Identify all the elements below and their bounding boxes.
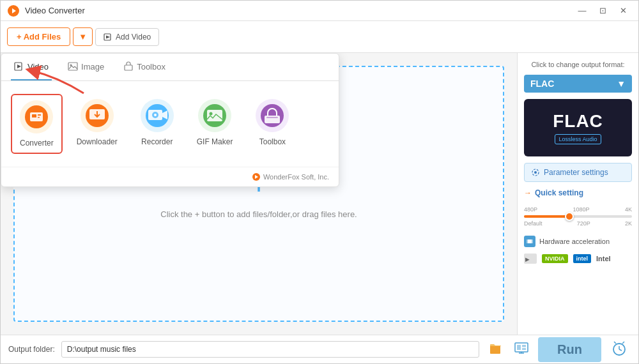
toolbox-item-icon xyxy=(256,99,289,132)
svg-rect-8 xyxy=(125,65,132,70)
brand-icon xyxy=(252,172,261,181)
add-files-dropdown-button[interactable]: ▼ xyxy=(73,27,93,46)
quick-setting-label: → Quick setting xyxy=(524,188,632,197)
svg-point-30 xyxy=(534,171,537,174)
format-dropdown-button[interactable]: FLAC ▼ xyxy=(524,75,632,93)
tab-video-label: Video xyxy=(27,62,49,72)
quality-label-2k: 2K xyxy=(625,220,632,227)
media-tools-icon xyxy=(514,342,529,356)
main-area: Video Image xyxy=(1,53,638,335)
toolbox-item-label: Toolbox xyxy=(259,137,286,146)
svg-text:▶: ▶ xyxy=(525,257,530,262)
gif-maker-label: GIF Maker xyxy=(197,137,233,146)
tab-toolbox[interactable]: Toolbox xyxy=(120,54,169,80)
quality-fill xyxy=(524,215,567,218)
intel-label: Intel xyxy=(596,255,611,262)
browse-folder-button[interactable] xyxy=(486,339,505,360)
quality-label-480p: 480P xyxy=(524,206,537,213)
image-tab-icon xyxy=(68,61,78,72)
video-icon xyxy=(104,33,112,42)
quality-slider-track[interactable] xyxy=(524,215,632,218)
settings-icon xyxy=(531,168,540,177)
add-video-label: Add Video xyxy=(116,33,151,42)
app-icon xyxy=(7,4,20,17)
quality-label-1080p: 1080P xyxy=(573,206,589,213)
format-preview: FLAC Lossless Audio xyxy=(524,99,632,156)
folder-icon xyxy=(488,342,502,356)
minimize-button[interactable]: — xyxy=(573,4,591,17)
content-area: Video Image xyxy=(1,53,517,335)
alarm-button[interactable] xyxy=(608,337,631,362)
toolbox-item[interactable]: Toolbox xyxy=(247,94,298,154)
svg-rect-42 xyxy=(517,345,521,350)
hw-accel-icon xyxy=(524,236,535,247)
parameter-settings-button[interactable]: Parameter settings xyxy=(524,163,632,182)
recorder-icon xyxy=(141,99,174,132)
svg-marker-3 xyxy=(106,35,110,38)
main-window: Video Converter — ⊡ ✕ + Add Files ▼ Add … xyxy=(0,0,639,364)
quality-labels-top: 480P 1080P 4K xyxy=(524,206,632,213)
hw-accel-label: Hardware acceleration xyxy=(539,238,610,245)
right-panel: Click to change output format: FLAC ▼ FL… xyxy=(517,53,638,335)
quick-setting-text: Quick setting xyxy=(535,188,583,197)
downloader-item[interactable]: Downloader xyxy=(69,94,125,154)
intel-chip-badge: intel xyxy=(573,254,592,263)
media-tools-button[interactable] xyxy=(511,339,532,360)
window-title: Video Converter xyxy=(25,6,573,15)
quality-label-default: Default xyxy=(524,220,543,227)
hardware-acceleration-row: Hardware acceleration xyxy=(524,236,632,247)
svg-rect-12 xyxy=(38,114,41,116)
title-bar: Video Converter — ⊡ ✕ xyxy=(1,1,638,21)
quality-slider-area: 480P 1080P 4K Default 720P 2K xyxy=(524,204,632,229)
param-btn-label: Parameter settings xyxy=(544,168,608,177)
downloader-label: Downloader xyxy=(77,137,118,146)
svg-rect-44 xyxy=(522,348,526,350)
svg-rect-16 xyxy=(91,119,104,121)
video-tab-icon xyxy=(14,61,24,72)
tab-image-label: Image xyxy=(81,62,104,72)
output-path-input[interactable] xyxy=(61,341,479,358)
svg-rect-11 xyxy=(32,114,36,118)
alarm-icon xyxy=(610,340,628,358)
svg-marker-5 xyxy=(17,64,21,68)
nvidia-logo-icon: ▶ xyxy=(524,254,537,264)
svg-line-51 xyxy=(622,342,624,344)
close-button[interactable]: ✕ xyxy=(614,4,632,17)
format-sub-label: Lossless Audio xyxy=(555,134,601,144)
gif-maker-icon xyxy=(198,99,231,132)
converter-item[interactable]: Converter xyxy=(11,94,63,154)
tab-image[interactable]: Image xyxy=(65,54,107,80)
brand-text: WonderFox Soft, Inc. xyxy=(263,173,329,181)
dropdown-arrow-icon: ▼ xyxy=(617,79,626,89)
svg-line-50 xyxy=(614,342,616,344)
quality-slider-thumb[interactable] xyxy=(565,212,574,221)
tab-video[interactable]: Video xyxy=(11,54,52,80)
add-video-button[interactable]: Add Video xyxy=(95,28,159,46)
run-button[interactable]: Run xyxy=(538,337,601,362)
maximize-button[interactable]: ⊡ xyxy=(594,4,612,17)
brand-label: WonderFox Soft, Inc. xyxy=(252,172,329,181)
recorder-item[interactable]: Recorder xyxy=(132,94,183,154)
recorder-label: Recorder xyxy=(141,137,173,146)
tab-toolbox-label: Toolbox xyxy=(137,62,166,72)
toolbar: + Add Files ▼ Add Video xyxy=(1,21,638,53)
popup-footer: WonderFox Soft, Inc. xyxy=(1,167,339,186)
format-name: FLAC xyxy=(530,79,554,89)
svg-rect-26 xyxy=(265,116,280,123)
svg-point-21 xyxy=(154,114,157,116)
chip-icon xyxy=(526,238,534,245)
popup-tabs: Video Image xyxy=(1,54,339,81)
add-files-button[interactable]: + Add Files xyxy=(7,27,70,46)
output-folder-label: Output folder: xyxy=(8,345,55,354)
svg-rect-6 xyxy=(68,63,77,70)
gpu-badges-row: ▶ NVIDIA intel Intel xyxy=(524,254,632,264)
gif-maker-item[interactable]: GIF Maker xyxy=(189,94,241,154)
quality-label-4k: 4K xyxy=(625,206,632,213)
svg-rect-27 xyxy=(266,117,278,118)
run-label: Run xyxy=(557,342,582,356)
output-format-label: Click to change output format: xyxy=(524,61,632,68)
svg-rect-32 xyxy=(528,239,532,243)
converter-icon xyxy=(20,100,53,133)
quality-labels-bottom: Default 720P 2K xyxy=(524,220,632,227)
downloader-icon xyxy=(81,99,114,132)
